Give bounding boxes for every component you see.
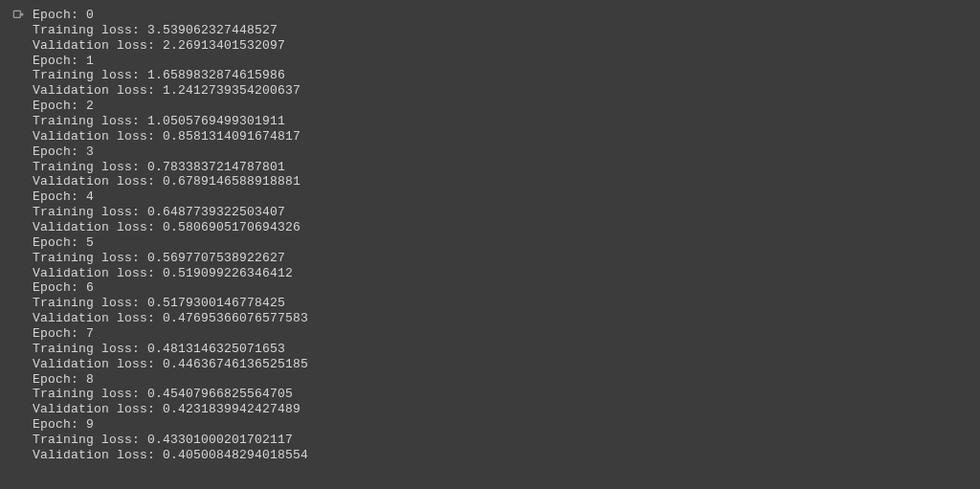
output-gutter [11,8,33,22]
cell-output-container: Epoch: 0 Training loss: 3.53906232744852… [11,8,980,463]
output-text: Epoch: 0 Training loss: 3.53906232744852… [33,8,308,463]
output-indicator-icon [11,9,33,22]
svg-rect-0 [13,11,20,17]
